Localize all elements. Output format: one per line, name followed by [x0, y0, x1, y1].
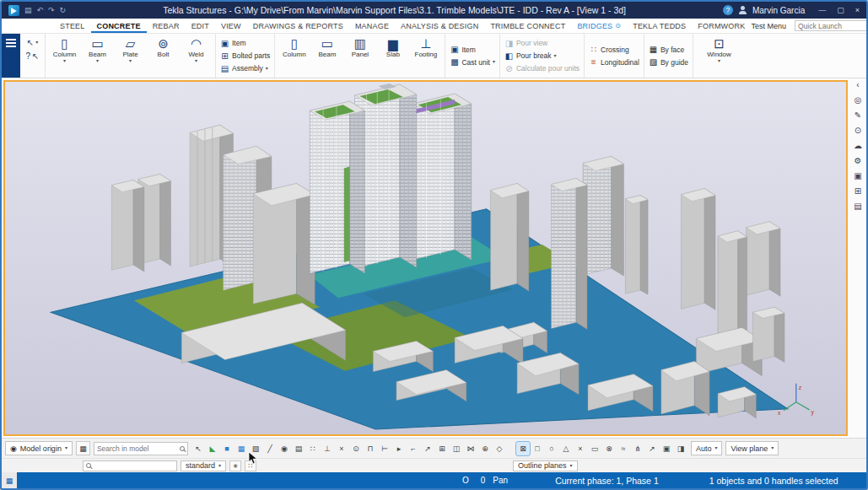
selection-switch-icon[interactable]: △: [559, 442, 573, 455]
grid-toggle-button[interactable]: ▦: [76, 441, 90, 455]
collapse-chevron-icon[interactable]: ‹: [856, 81, 859, 89]
model-origin-dropdown[interactable]: ◉ Model origin ▾: [5, 441, 73, 455]
selection-filter-dropdown[interactable]: standard ▾: [181, 460, 226, 471]
snap-icon[interactable]: ∷: [306, 442, 320, 455]
ribbon-item-plate[interactable]: ▱ Plate ▾: [114, 35, 147, 77]
snap-icon[interactable]: ◇: [493, 442, 506, 455]
3d-view[interactable]: .bf{fill:#c9c9c9;stroke:#9b9b9b;stroke-w…: [3, 80, 848, 436]
ribbon-item-weld[interactable]: ◠ Weld ▾: [180, 35, 213, 77]
snap-icon[interactable]: ⊢: [378, 442, 391, 455]
settings-icon[interactable]: ⚙: [855, 157, 862, 165]
3d-scene[interactable]: .bf{fill:#c9c9c9;stroke:#9b9b9b;stroke-w…: [5, 82, 846, 434]
ribbon-item-assembly[interactable]: ▤ Assembly ▾: [220, 62, 270, 74]
ribbon-item-item[interactable]: ▣ Item: [220, 37, 270, 49]
tab-trimble-connect[interactable]: TRIMBLE CONNECT: [484, 19, 571, 33]
user-avatar-icon[interactable]: [738, 6, 747, 15]
snap-icon[interactable]: ■: [220, 442, 234, 455]
target-icon[interactable]: ◎: [855, 96, 862, 105]
ribbon-item-pour-break[interactable]: ◧ Pour break ▾: [504, 50, 580, 62]
selection-switch-icon[interactable]: ▭: [588, 442, 601, 455]
outline-planes-dropdown[interactable]: Outline planes ▾: [513, 460, 578, 471]
applications-icon[interactable]: ⊞: [855, 187, 861, 196]
main-towers[interactable]: [310, 83, 472, 273]
snap-icon[interactable]: ◉: [278, 442, 291, 455]
snap-icon[interactable]: ⊥: [321, 442, 334, 455]
tab-steel[interactable]: STEEL: [54, 19, 91, 33]
tab-view[interactable]: VIEW: [215, 19, 247, 33]
select-tool-button[interactable]: ↖ ▾: [27, 38, 38, 47]
snap-icon[interactable]: ⋈: [464, 442, 477, 455]
ribbon-item-concrete-beam[interactable]: ▭ Beam: [310, 35, 343, 77]
undo-icon[interactable]: ↶: [37, 6, 44, 14]
ribbon-item-window[interactable]: ⊡ Window ▾: [703, 35, 736, 77]
help-button[interactable]: ?: [723, 5, 733, 15]
ribbon-item-crossing[interactable]: ∷ Crossing: [589, 44, 639, 56]
snap-icon[interactable]: ◣: [206, 442, 219, 455]
file-menu-button[interactable]: [2, 34, 20, 78]
tab-formwork[interactable]: FORMWORK: [692, 19, 751, 33]
snap-icon[interactable]: ⌐: [407, 442, 420, 455]
snap-points-icon[interactable]: ∷: [245, 460, 256, 471]
tab-tekla-tedds[interactable]: TEKLA TEDDS: [627, 19, 692, 33]
selection-switch-icon[interactable]: □: [531, 442, 544, 455]
tab-manage[interactable]: MANAGE: [349, 19, 395, 33]
snap-icon[interactable]: ×: [335, 442, 348, 455]
tab-rebar[interactable]: REBAR: [147, 19, 186, 33]
selection-switch-icon[interactable]: ↗: [645, 442, 659, 455]
view-plane-dropdown[interactable]: View plane ▾: [725, 441, 779, 455]
points-toggle-icon[interactable]: ∗: [229, 460, 241, 471]
tab-drawings-reports[interactable]: DRAWINGS & REPORTS: [247, 19, 349, 33]
ribbon-item-cast-unit[interactable]: ▩ Cast unit ▾: [450, 57, 495, 68]
tab-concrete[interactable]: CONCRETE: [91, 19, 147, 33]
ribbon-item-slab[interactable]: ▆ Slab: [376, 35, 409, 77]
ribbon-item-calculate-pour-units[interactable]: ⊘ Calculate pour units: [504, 62, 580, 74]
ribbon-item-by-face[interactable]: ▦ By face: [649, 44, 688, 56]
snap-icon[interactable]: ⊙: [349, 442, 363, 455]
ribbon-item-steel-beam[interactable]: ▭ Beam ▾: [81, 35, 114, 77]
snap-icon[interactable]: ↖: [191, 442, 205, 455]
snap-icon[interactable]: ╱: [263, 442, 277, 455]
snap-icon[interactable]: ⊕: [478, 442, 492, 455]
status-grid-button[interactable]: ▦: [2, 472, 17, 488]
snap-icon[interactable]: ↗: [421, 442, 434, 455]
ribbon-item-bolted-parts[interactable]: ⊞ Bolted parts: [220, 50, 270, 62]
selection-filter-input[interactable]: [94, 461, 174, 470]
snap-icon[interactable]: ▦: [235, 442, 248, 455]
selection-switch-icon[interactable]: ⊗: [602, 442, 616, 455]
snap-icon[interactable]: ▧: [249, 442, 262, 455]
ribbon-item-concrete-item[interactable]: ▣ Item: [450, 44, 495, 56]
catalog-icon[interactable]: ▤: [854, 202, 861, 211]
ribbon-item-panel[interactable]: ▥ Panel: [343, 35, 376, 77]
selection-switch-icon[interactable]: ×: [574, 442, 587, 455]
snap-icon[interactable]: ◫: [450, 442, 463, 455]
ribbon-item-footing[interactable]: ⊥ Footing: [409, 35, 442, 77]
ribbon-item-by-guide[interactable]: ▨ By guide: [649, 57, 688, 68]
visibility-icon[interactable]: ⊙: [855, 127, 861, 135]
components-icon[interactable]: ▣: [854, 172, 861, 180]
cloud-icon[interactable]: ☁: [854, 142, 862, 150]
snap-icon[interactable]: ⊞: [435, 442, 449, 455]
tab-edit[interactable]: EDIT: [186, 19, 215, 33]
close-button[interactable]: ×: [855, 6, 860, 14]
ribbon-item-steel-column[interactable]: ▯ Column ▾: [48, 35, 81, 77]
tab-analysis-design[interactable]: ANALYSIS & DESIGN: [395, 19, 484, 33]
snap-icon[interactable]: ▸: [392, 442, 406, 455]
user-name[interactable]: Marvin Garcia: [752, 6, 805, 15]
selection-switch-icon[interactable]: ▣: [660, 442, 673, 455]
auto-dropdown[interactable]: Auto ▾: [691, 441, 723, 455]
save-icon[interactable]: ▤: [24, 6, 32, 14]
test-menu[interactable]: Test Menu: [751, 22, 786, 30]
ribbon-item-concrete-column[interactable]: ▯ Column: [278, 35, 310, 77]
quick-launch-input[interactable]: [798, 22, 868, 30]
selection-switch-icon[interactable]: ⋔: [631, 442, 644, 455]
ribbon-item-bolt[interactable]: ⊚ Bolt: [147, 35, 180, 77]
selection-switch-icon[interactable]: ≈: [617, 442, 630, 455]
snap-icon[interactable]: ▤: [292, 442, 305, 455]
selection-switch-icon[interactable]: ○: [545, 442, 558, 455]
ribbon-item-longitudinal[interactable]: ≡ Longitudinal: [589, 57, 639, 68]
selection-switch-icon[interactable]: ⊠: [516, 442, 530, 455]
model-search-input[interactable]: [97, 444, 177, 453]
tab-bridges[interactable]: BRIDGES ⊙: [571, 19, 627, 33]
minimize-button[interactable]: —: [818, 6, 826, 14]
snap-icon[interactable]: ⊓: [364, 442, 377, 455]
